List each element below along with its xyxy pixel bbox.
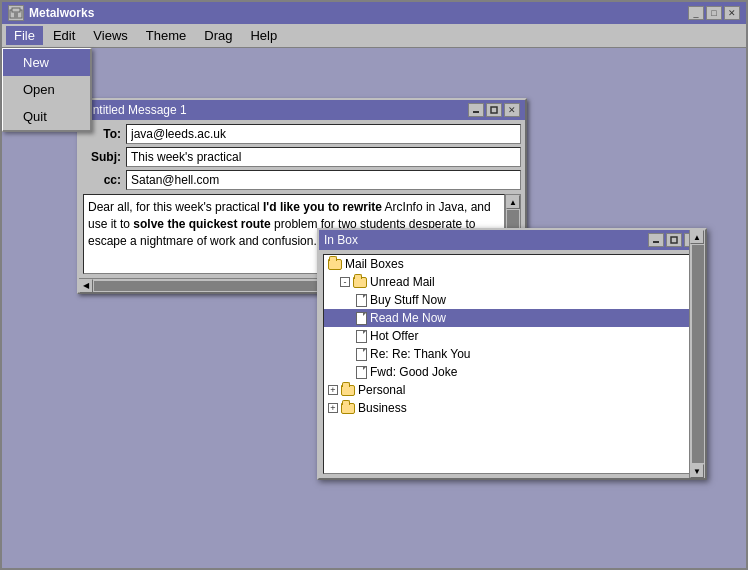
menu-views[interactable]: Views	[85, 26, 135, 45]
folder-icon-business	[341, 403, 355, 414]
inbox-title: In Box	[324, 233, 358, 247]
svg-rect-2	[14, 12, 18, 18]
tree-item-business[interactable]: + Business	[324, 399, 700, 417]
title-bar-left: Metalworks	[8, 5, 94, 21]
tree-label-hotoffer: Hot Offer	[370, 329, 418, 343]
cc-label: cc:	[83, 173, 121, 187]
svg-rect-4	[491, 107, 497, 113]
compose-title-bar: Untitled Message 1 ✕	[79, 100, 525, 120]
content-area: Untitled Message 1 ✕ To: Subj	[2, 48, 746, 568]
inbox-window: In Box ✕ Mail Boxes	[317, 228, 707, 480]
tree-item-unreadmail[interactable]: - Unread Mail	[324, 273, 700, 291]
tree-item-buystuffnow[interactable]: Buy Stuff Now	[324, 291, 700, 309]
menu-quit[interactable]: Quit	[3, 103, 90, 130]
app-icon	[8, 5, 24, 21]
title-bar-buttons: _ □ ✕	[688, 6, 740, 20]
subj-label: Subj:	[83, 150, 121, 164]
doc-icon-readme	[356, 312, 367, 325]
menu-bar: File Edit Views Theme Drag Help	[2, 24, 746, 48]
tree-item-readmenow[interactable]: Read Me Now	[324, 309, 700, 327]
tree-label-rere: Re: Re: Thank You	[370, 347, 471, 361]
compose-maximize-button[interactable]	[486, 103, 502, 117]
cc-input[interactable]	[126, 170, 521, 190]
file-dropdown-menu: New Open Quit	[2, 48, 92, 132]
svg-rect-1	[12, 8, 20, 12]
tree-item-personal[interactable]: + Personal	[324, 381, 700, 399]
doc-icon-fwd	[356, 366, 367, 379]
inbox-minimize-button[interactable]	[648, 233, 664, 247]
svg-rect-6	[671, 237, 677, 243]
menu-theme[interactable]: Theme	[138, 26, 194, 45]
tree-label-readmenow: Read Me Now	[370, 311, 446, 325]
compose-title: Untitled Message 1	[84, 103, 187, 117]
inbox-scroll-track	[692, 245, 704, 463]
menu-file[interactable]: File	[6, 26, 43, 45]
doc-icon-buy	[356, 294, 367, 307]
to-field-row: To:	[83, 124, 521, 144]
inbox-title-bar: In Box ✕	[319, 230, 705, 250]
close-button[interactable]: ✕	[724, 6, 740, 20]
expand-icon-unread[interactable]: -	[340, 277, 350, 287]
inbox-tree-area: Mail Boxes - Unread Mail Buy Stuff Now	[323, 254, 701, 474]
scroll-up-button[interactable]: ▲	[506, 195, 520, 209]
inbox-maximize-button[interactable]	[666, 233, 682, 247]
minimize-button[interactable]: _	[688, 6, 704, 20]
to-input[interactable]	[126, 124, 521, 144]
compose-title-buttons: ✕	[468, 103, 520, 117]
tree-label-fwdjoke: Fwd: Good Joke	[370, 365, 457, 379]
inbox-scrollbar: ▲ ▼	[689, 230, 705, 478]
tree-label-mailboxes: Mail Boxes	[345, 257, 404, 271]
compose-close-button[interactable]: ✕	[504, 103, 520, 117]
inbox-content: Mail Boxes - Unread Mail Buy Stuff Now	[321, 252, 703, 476]
expand-icon-personal[interactable]: +	[328, 385, 338, 395]
svg-rect-3	[473, 111, 479, 113]
menu-new[interactable]: New	[3, 49, 90, 76]
inbox-scroll-up[interactable]: ▲	[690, 230, 704, 244]
folder-icon-unread	[353, 277, 367, 288]
app-title: Metalworks	[29, 6, 94, 20]
menu-open[interactable]: Open	[3, 76, 90, 103]
menu-help[interactable]: Help	[242, 26, 285, 45]
main-window: Metalworks _ □ ✕ File Edit Views Theme D…	[0, 0, 748, 570]
menu-drag[interactable]: Drag	[196, 26, 240, 45]
title-bar: Metalworks _ □ ✕	[2, 2, 746, 24]
tree-label-unreadmail: Unread Mail	[370, 275, 435, 289]
subj-input[interactable]	[126, 147, 521, 167]
maximize-button[interactable]: □	[706, 6, 722, 20]
hscroll-left-button[interactable]: ◀	[79, 279, 93, 293]
menu-edit[interactable]: Edit	[45, 26, 83, 45]
folder-icon	[328, 259, 342, 270]
subj-field-row: Subj:	[83, 147, 521, 167]
tree-label-business: Business	[358, 401, 407, 415]
inbox-scroll-down[interactable]: ▼	[690, 464, 704, 478]
expand-icon-business[interactable]: +	[328, 403, 338, 413]
svg-rect-5	[653, 241, 659, 243]
tree-label-buystuffnow: Buy Stuff Now	[370, 293, 446, 307]
tree-item-hotoffer[interactable]: Hot Offer	[324, 327, 700, 345]
doc-icon-hot	[356, 330, 367, 343]
tree-item-rere[interactable]: Re: Re: Thank You	[324, 345, 700, 363]
folder-icon-personal	[341, 385, 355, 396]
tree-item-fwdjoke[interactable]: Fwd: Good Joke	[324, 363, 700, 381]
cc-field-row: cc:	[83, 170, 521, 190]
tree-label-personal: Personal	[358, 383, 405, 397]
doc-icon-rere	[356, 348, 367, 361]
tree-item-mailboxes[interactable]: Mail Boxes	[324, 255, 700, 273]
compose-minimize-button[interactable]	[468, 103, 484, 117]
